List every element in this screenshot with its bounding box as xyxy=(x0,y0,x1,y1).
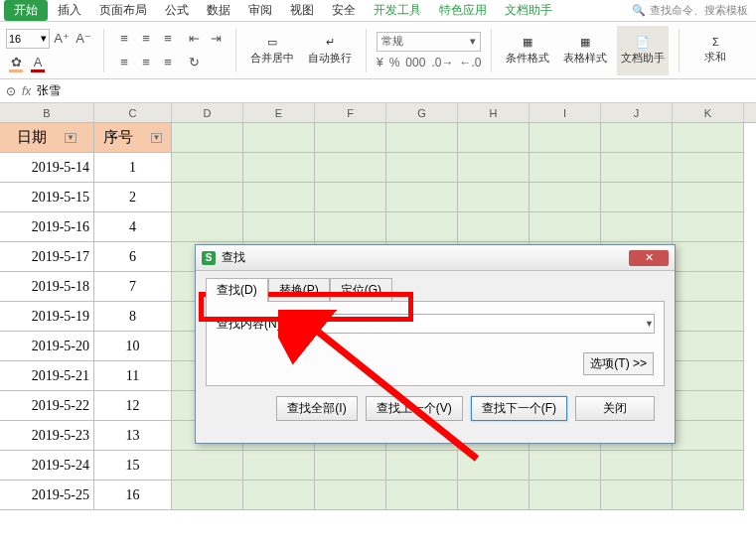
cell[interactable] xyxy=(601,153,673,183)
font-color-icon[interactable]: A xyxy=(28,53,48,72)
comma-icon[interactable]: 000 xyxy=(405,56,425,69)
cell[interactable] xyxy=(172,212,243,242)
menu-review[interactable]: 审阅 xyxy=(240,0,280,21)
date-cell[interactable]: 2019-5-22 xyxy=(0,391,94,421)
col-header-B[interactable]: B xyxy=(0,103,94,122)
cell[interactable] xyxy=(458,212,529,242)
seq-cell[interactable]: 2 xyxy=(94,183,172,212)
doc-helper-button[interactable]: 📄 文档助手 xyxy=(617,26,669,75)
indent-inc-icon[interactable]: ⇥ xyxy=(206,29,226,49)
dialog-titlebar[interactable]: S 查找 ✕ xyxy=(196,245,675,271)
cell[interactable] xyxy=(529,153,601,183)
cell[interactable] xyxy=(172,123,243,153)
find-all-button[interactable]: 查找全部(I) xyxy=(276,396,357,421)
cell[interactable] xyxy=(529,481,601,510)
seq-cell[interactable]: 13 xyxy=(94,421,172,451)
date-cell[interactable]: 2019-5-17 xyxy=(0,242,94,272)
currency-icon[interactable]: ¥ xyxy=(377,56,383,69)
seq-cell[interactable]: 15 xyxy=(94,451,172,481)
cell[interactable] xyxy=(529,123,601,153)
cell[interactable] xyxy=(673,361,744,391)
font-size-combo[interactable]: 16▾ xyxy=(6,29,50,49)
cell[interactable] xyxy=(386,153,458,183)
date-cell[interactable]: 2019-5-20 xyxy=(0,332,94,361)
cell[interactable] xyxy=(673,242,744,272)
decrease-font-icon[interactable]: A⁻ xyxy=(74,29,93,49)
menu-special[interactable]: 特色应用 xyxy=(431,0,495,21)
menu-devtools[interactable]: 开发工具 xyxy=(366,0,429,21)
col-header-J[interactable]: J xyxy=(601,103,673,122)
cell[interactable] xyxy=(529,451,601,481)
cell[interactable] xyxy=(673,421,744,451)
cell[interactable] xyxy=(315,153,386,183)
table-style-button[interactable]: ▦ 表格样式 xyxy=(559,26,611,75)
close-dialog-button[interactable]: 关闭 xyxy=(575,396,655,421)
indent-dec-icon[interactable]: ⇤ xyxy=(184,29,204,49)
cell[interactable] xyxy=(673,451,744,481)
date-cell[interactable]: 2019-5-14 xyxy=(0,153,94,183)
cell[interactable] xyxy=(386,183,458,212)
cell[interactable] xyxy=(458,153,529,183)
date-cell[interactable]: 2019-5-15 xyxy=(0,183,94,212)
cell[interactable] xyxy=(673,183,744,212)
cell[interactable] xyxy=(673,391,744,421)
formula-input[interactable] xyxy=(37,84,750,98)
menu-insert[interactable]: 插入 xyxy=(50,0,89,21)
seq-cell[interactable]: 8 xyxy=(94,302,172,332)
date-cell[interactable]: 2019-5-19 xyxy=(0,302,94,332)
col-header-I[interactable]: I xyxy=(529,103,601,122)
cell[interactable] xyxy=(386,212,458,242)
date-cell[interactable]: 2019-5-24 xyxy=(0,451,94,481)
col-header-F[interactable]: F xyxy=(315,103,386,122)
sum-button[interactable]: Σ 求和 xyxy=(689,26,741,75)
cell[interactable] xyxy=(243,451,315,481)
seq-cell[interactable]: 6 xyxy=(94,242,172,272)
cell[interactable] xyxy=(315,123,386,153)
cell[interactable] xyxy=(243,123,315,153)
menu-start[interactable]: 开始 xyxy=(4,0,48,21)
date-cell[interactable]: 2019-5-18 xyxy=(0,272,94,302)
cell[interactable] xyxy=(243,183,315,212)
wrap-text-button[interactable]: ↵ 自动换行 xyxy=(304,26,356,75)
align-mid-icon[interactable]: ≡ xyxy=(136,29,156,49)
align-left-icon[interactable]: ≡ xyxy=(114,53,134,72)
col-header-G[interactable]: G xyxy=(386,103,458,122)
date-cell[interactable]: 2019-5-25 xyxy=(0,481,94,510)
menu-search[interactable]: 🔍 查找命令、搜索模板 xyxy=(632,3,756,18)
seq-cell[interactable]: 12 xyxy=(94,391,172,421)
cell[interactable] xyxy=(673,123,744,153)
cell[interactable] xyxy=(673,272,744,302)
seq-cell[interactable]: 1 xyxy=(94,153,172,183)
cell[interactable] xyxy=(601,212,673,242)
cell[interactable] xyxy=(673,332,744,361)
merge-center-button[interactable]: ▭ 合并居中 xyxy=(246,26,298,75)
cell[interactable] xyxy=(315,212,386,242)
cell[interactable] xyxy=(172,153,243,183)
dec-dec-icon[interactable]: ←.0 xyxy=(459,56,481,69)
find-input[interactable] xyxy=(290,314,655,334)
filter-icon[interactable]: ▼ xyxy=(65,133,76,143)
align-bot-icon[interactable]: ≡ xyxy=(158,29,178,49)
col-header-H[interactable]: H xyxy=(458,103,529,122)
cell[interactable] xyxy=(386,123,458,153)
cell[interactable] xyxy=(458,481,529,510)
cell[interactable] xyxy=(243,481,315,510)
conditional-format-button[interactable]: ▦ 条件格式 xyxy=(502,26,553,75)
seq-cell[interactable]: 16 xyxy=(94,481,172,510)
cell[interactable] xyxy=(315,451,386,481)
fx-icon[interactable]: ⊙ xyxy=(6,84,16,98)
cell[interactable] xyxy=(243,153,315,183)
cell[interactable] xyxy=(243,212,315,242)
cell[interactable] xyxy=(673,302,744,332)
menu-security[interactable]: 安全 xyxy=(324,0,364,21)
col-header-K[interactable]: K xyxy=(673,103,744,122)
percent-icon[interactable]: % xyxy=(389,56,400,69)
menu-data[interactable]: 数据 xyxy=(199,0,238,21)
cell[interactable] xyxy=(601,451,673,481)
date-cell[interactable]: 2019-5-23 xyxy=(0,421,94,451)
close-button[interactable]: ✕ xyxy=(629,250,669,266)
cell[interactable] xyxy=(458,123,529,153)
cell[interactable] xyxy=(172,451,243,481)
align-top-icon[interactable]: ≡ xyxy=(114,29,134,49)
menu-formula[interactable]: 公式 xyxy=(157,0,197,21)
